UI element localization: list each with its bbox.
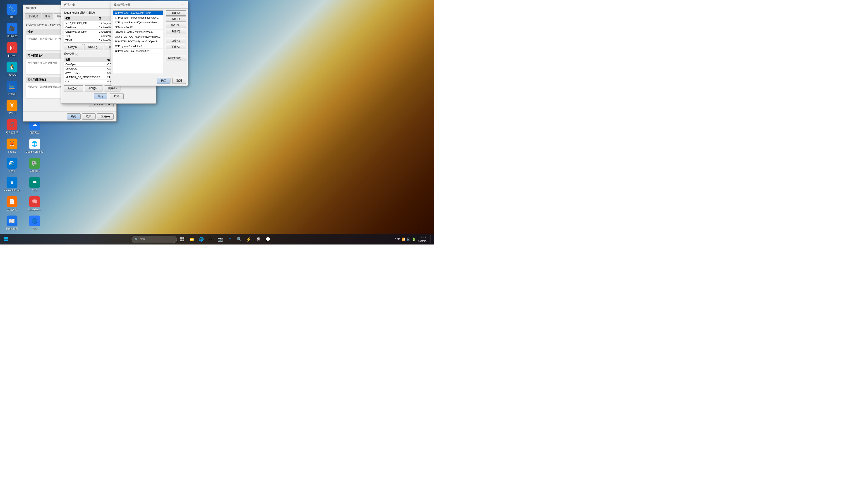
sys-delete-btn[interactable]: 删除(L): [104, 85, 121, 91]
ms-edge-label: Microsoft Edge: [4, 189, 20, 192]
search-icon: 🔍: [134, 238, 138, 241]
wangyi-icon: 🎵: [6, 119, 18, 130]
editenv-cancel-btn[interactable]: 取消: [172, 78, 186, 84]
svg-rect-0: [4, 237, 6, 239]
user-var-name: MOZ_PLUGIN_PATH: [64, 21, 97, 25]
desktop-icon-xingsi[interactable]: ✏ 行思: [24, 176, 45, 193]
env-path-item[interactable]: C:\Program Files (x86)\VMware\VMware Wor…: [113, 20, 163, 25]
jinnian-label: 金山文档: [7, 208, 17, 211]
desktop-icon-baidu[interactable]: 🔵 百度: [24, 214, 45, 232]
sys-edit-btn[interactable]: 编辑(I)...: [85, 85, 102, 91]
sys-new-btn[interactable]: 新建(W)...: [64, 85, 83, 91]
env-path-item[interactable]: C:\Program Files\Java\jdk-17\bin: [113, 11, 163, 16]
desktop-icon-chrome[interactable]: 🌐 Google Chrome: [24, 137, 45, 155]
xmind-label: XMind: [8, 112, 16, 115]
editenv-delete-btn[interactable]: 删除(D): [166, 29, 186, 34]
taskbar-volume-icon[interactable]: 🔊: [407, 238, 410, 241]
clock-display[interactable]: 12:24 2024/1/2: [417, 236, 427, 242]
sysprops-ok-btn[interactable]: 确定: [67, 114, 81, 120]
qq-label: 腾讯QQ: [7, 73, 16, 76]
desktop-icon-qq[interactable]: 🐧 腾讯QQ: [1, 60, 23, 78]
env-path-item[interactable]: %SYSTEMROOT%\System32\OpenSSH\: [113, 39, 163, 44]
taskbar-chrome-btn[interactable]: 🌐: [197, 235, 205, 243]
taskbar-sys-icons: ^ 中 📶 🔊 🔋: [395, 237, 416, 241]
user-edit-btn[interactable]: 编辑(E)...: [84, 44, 103, 50]
desktop-icon-tencent-meeting[interactable]: 🎥 腾讯会议: [1, 22, 23, 40]
taskbar-xunlei-btn[interactable]: ⚡: [245, 235, 253, 243]
env-path-item[interactable]: C:\Program Files\dotnet\: [113, 44, 163, 49]
sysprops-title: 系统属性: [26, 6, 36, 10]
taskbar-file-explorer-btn[interactable]: [188, 235, 196, 243]
editenv-up-btn[interactable]: 上移(U): [166, 38, 186, 43]
sysprops-apply-btn[interactable]: 应用(A): [97, 114, 114, 120]
tab-computer-name[interactable]: 计算机名: [25, 13, 41, 19]
desktop: 📎 钉钉 T Typora 🎥 腾讯会议 💙 Visual Studio Cod…: [0, 0, 434, 245]
env-path-item[interactable]: C:\Program Files\Common Files\Oracle\Jav…: [113, 16, 163, 20]
start-button[interactable]: [2, 235, 10, 243]
desktop-icon-jdmec[interactable]: jd jd.mec: [1, 41, 23, 59]
desktop-icon-xinwen[interactable]: 📰 新闻阅读器: [1, 214, 23, 232]
baidu-icon: 🔵: [29, 216, 40, 226]
editenv-down-btn[interactable]: 下移(O): [166, 44, 186, 49]
env-path-item[interactable]: C:\Program Files\Tencent\QQNT: [113, 49, 163, 54]
editenv-edittext-btn[interactable]: 编辑文本(T)...: [166, 56, 186, 61]
desktop-icon-edge[interactable]: 🌊 Edge: [1, 156, 23, 174]
env-path-item[interactable]: %SYSTEMROOT%\System32\WindowsPowerShell\…: [113, 34, 163, 39]
editenv-edit-btn[interactable]: 编辑(E): [166, 17, 186, 22]
user-new-btn[interactable]: 新建(N)...: [64, 44, 83, 50]
sys-var-name: JAVA_HOME: [64, 71, 106, 75]
taskbar-center: 🔍 搜索 🌐 🛡 📷 e �: [12, 235, 392, 243]
envvars-ok-cancel-buttons: 确定 取消: [64, 93, 154, 99]
taskbar-multitasking-btn[interactable]: [178, 235, 186, 243]
taskbar-youdao-btn[interactable]: 有: [254, 235, 262, 243]
desktop-icon-jinnian[interactable]: 📄 金山文档: [1, 195, 23, 213]
editenv-ok-btn[interactable]: 确定: [157, 78, 170, 84]
taskbar-show-desktop-btn[interactable]: [430, 235, 431, 243]
desktop-icon-calc[interactable]: 🧮 计算器: [1, 79, 23, 97]
taskbar-chevron-icon[interactable]: ^: [395, 238, 396, 241]
envvars-cancel-btn[interactable]: 取消: [110, 93, 124, 99]
taskbar-wifi-icon[interactable]: 📶: [401, 238, 405, 241]
desktop-icon-wangyi[interactable]: 🎵 网易云音乐: [1, 118, 23, 136]
editenv-main: C:\Program Files\Java\jdk-17\binC:\Progr…: [113, 10, 186, 74]
taskbar-other-btn[interactable]: 🛡: [207, 235, 215, 243]
desktop-icon-ms-edge[interactable]: e Microsoft Edge: [1, 176, 23, 193]
taskbar-search-icon-btn[interactable]: 🔍: [235, 235, 243, 243]
svg-rect-7: [183, 240, 184, 241]
dingtalk-icon: 📎: [6, 4, 18, 15]
desktop-icon-firefox[interactable]: 🦊 Firefox: [1, 137, 23, 155]
sys-var-col-name: 变量: [64, 57, 106, 62]
taskbar-search[interactable]: 🔍 搜索: [131, 236, 177, 243]
sys-var-name: NUMBER_OF_PROCESSORS: [64, 75, 106, 80]
tencent-meeting-icon: 🎥: [6, 23, 18, 34]
firefox-icon: 🦊: [6, 139, 18, 149]
taskbar-zh-icon[interactable]: 中: [397, 237, 400, 241]
desktop-icon-dingtalk[interactable]: 📎 钉钉: [1, 2, 23, 20]
desktop-icon-yinxiang[interactable]: 🐘 印象笔记: [24, 156, 45, 174]
svg-rect-6: [180, 240, 182, 241]
desktop-icon-xmind[interactable]: X XMind: [1, 98, 23, 117]
editenv-bottom-buttons: 确定 取消: [111, 75, 188, 86]
edit-env-window: 编辑环境变量 ✕ C:\Program Files\Java\jdk-17\bi…: [111, 1, 188, 86]
sysprops-bottom-buttons: 确定 取消 应用(A): [23, 112, 116, 121]
user-var-name: Path: [64, 34, 97, 38]
desktop-icon-mindmanager[interactable]: 🧠 MindMan...: [24, 195, 45, 213]
clock-time: 12:24: [421, 236, 427, 239]
env-path-item[interactable]: %SystemRoot%: [113, 25, 163, 30]
editenv-close-btn[interactable]: ✕: [177, 1, 188, 9]
calc-label: 计算器: [8, 93, 16, 95]
envvars-ok-btn[interactable]: 确定: [94, 93, 107, 99]
taskbar-wechat-btn[interactable]: 💬: [264, 235, 272, 243]
taskbar-edge-btn[interactable]: e: [226, 235, 234, 243]
editenv-path-list[interactable]: C:\Program Files\Java\jdk-17\binC:\Progr…: [113, 10, 163, 74]
yinxiang-icon: 🐘: [29, 158, 40, 169]
baidu-disk-label: 百度网盘: [30, 131, 40, 134]
sysprops-cancel-btn[interactable]: 取消: [82, 114, 96, 120]
taskbar-camera-btn[interactable]: 📷: [216, 235, 224, 243]
user-var-col-name: 变量: [64, 16, 97, 21]
envvars-title: 环境变量: [64, 3, 75, 7]
editenv-new-btn[interactable]: 新建(N): [166, 10, 186, 16]
tab-hardware[interactable]: 硬件: [42, 13, 53, 19]
editenv-browse-btn[interactable]: 浏览(B)...: [166, 23, 186, 28]
env-path-item[interactable]: %SystemRoot%\System32\Wbem: [113, 30, 163, 34]
